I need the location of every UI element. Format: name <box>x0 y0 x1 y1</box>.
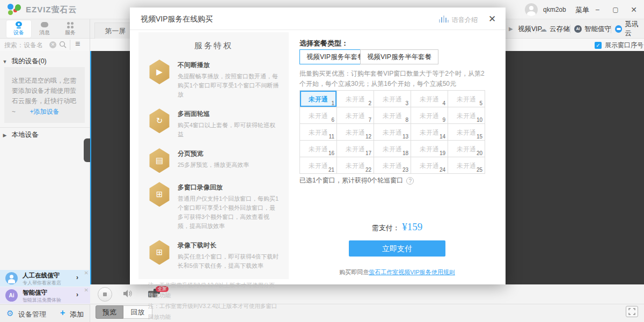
privilege-title: 不间断播放 <box>178 61 279 70</box>
sidebar-collapse-handle[interactable] <box>84 138 90 162</box>
voice-intro-button[interactable]: 语音介绍 <box>452 16 478 25</box>
close-window-button[interactable]: ✕ <box>627 3 641 16</box>
grid-cell-13[interactable]: 未开通13 <box>374 124 411 141</box>
grid-cell-number: 19 <box>440 150 445 156</box>
maximize-button[interactable]: ▢ <box>609 3 623 16</box>
grid-cell-number: 7 <box>368 117 371 123</box>
search-input[interactable] <box>4 40 50 49</box>
pay-now-button[interactable]: 立即支付 <box>349 240 445 257</box>
grid-cell-6[interactable]: 未开通6 <box>300 107 337 124</box>
close-icon[interactable]: ✕ <box>84 270 89 276</box>
local-devices-group[interactable]: ▶ 本地设备 <box>0 127 90 141</box>
grid-cell-18[interactable]: 未开通18 <box>374 141 411 157</box>
grid-cell-8[interactable]: 未开通8 <box>374 107 411 124</box>
grid-cell-22[interactable]: 未开通22 <box>337 157 374 174</box>
gear-icon[interactable]: ⚙ <box>6 309 13 318</box>
vip-icon: ▶ <box>509 26 515 32</box>
grid-cell-number: 14 <box>440 134 445 140</box>
tab-label: 设备 <box>13 29 24 36</box>
add-device-link[interactable]: +添加设备 <box>4 107 85 116</box>
package-half-year-button[interactable]: 视频VIP服务半年套餐 <box>360 49 438 64</box>
grid-cell-21[interactable]: 未开通21 <box>300 157 337 174</box>
grid-cell-7[interactable]: 未开通7 <box>337 107 374 124</box>
clear-search-icon[interactable]: ✕ <box>49 41 56 48</box>
privileges-title: 服务特权 <box>148 41 279 51</box>
preview-tab[interactable]: 预览 <box>96 305 123 319</box>
privileges-panel: 服务特权 ▶ 不间断播放 免提醒畅享播放，按照窗口数开通，每购买1个窗口即可享受… <box>138 32 289 279</box>
grid-cell-25[interactable]: 未开通25 <box>448 157 485 174</box>
minimize-button[interactable]: − <box>590 3 604 16</box>
grid-cell-9[interactable]: 未开通9 <box>411 107 448 124</box>
my-devices-group[interactable]: ▼ 我的设备(0) <box>0 54 90 68</box>
grid-cell-number: 2 <box>368 100 371 106</box>
fullscreen-toggle-button[interactable] <box>626 306 638 317</box>
grid-cell-19[interactable]: 未开通19 <box>411 141 448 157</box>
modal-close-icon[interactable]: ✕ <box>485 13 499 26</box>
ezviz-logo-icon <box>8 4 21 16</box>
list-menu-icon[interactable]: ≡ <box>75 39 80 49</box>
grid-cell-number: 24 <box>440 167 445 173</box>
grid-cell-17[interactable]: 未开通17 <box>337 141 374 157</box>
agreement-link[interactable]: 萤石工作室视频VIP服务使用规则 <box>369 269 455 275</box>
grid-cell-12[interactable]: 未开通12 <box>337 124 374 141</box>
avatar[interactable] <box>525 3 538 16</box>
grid-cell-15[interactable]: 未开通15 <box>448 124 485 141</box>
help-icon[interactable]: ? <box>406 177 414 185</box>
sound-wave-icon[interactable] <box>439 16 449 23</box>
grid-cell-14[interactable]: 未开通14 <box>411 124 448 141</box>
grid-cell-16[interactable]: 未开通16 <box>300 141 337 157</box>
sidebar-tab-devices[interactable]: 设备 <box>6 20 31 38</box>
menu-button[interactable]: 菜单 <box>575 5 589 15</box>
sidebar-tab-services[interactable]: 服务 <box>58 20 83 38</box>
download-hexagon-icon: ⊞ <box>148 240 171 265</box>
group-label: 我的设备(0) <box>11 57 46 65</box>
show-window-number-option[interactable]: 展示窗口序号 <box>595 41 643 50</box>
grid-cell-11[interactable]: 未开通11 <box>300 124 337 141</box>
sidebar-bottom-bar: ⚙ 设备管理 + 添加 <box>0 304 90 322</box>
stop-button[interactable] <box>98 287 112 302</box>
grid-cell-4[interactable]: 未开通4 <box>411 91 448 107</box>
grid-cell-3[interactable]: 未开通3 <box>374 91 411 107</box>
modal-header: 视频VIP服务在线购买 语音介绍 ✕ <box>130 8 506 30</box>
grid-cell-number: 11 <box>329 134 334 140</box>
pages-hexagon-icon: ▤ <box>148 148 171 173</box>
close-icon[interactable]: ✕ <box>84 287 89 293</box>
privilege-title: 多画面轮巡 <box>178 109 279 119</box>
grid-cell-number: 15 <box>477 134 482 140</box>
privilege-desc: 25多屏预览，播放更高效率 <box>178 160 249 170</box>
grid-cell-number: 4 <box>442 100 445 106</box>
search-icon[interactable] <box>59 41 67 48</box>
add-button[interactable]: 添加 <box>70 310 84 319</box>
ai-guard-card[interactable]: Ai 智能值守 智能算法免费体验 › ✕ <box>0 287 90 304</box>
grid-cell-20[interactable]: 未开通20 <box>448 141 485 157</box>
plus-icon[interactable]: + <box>60 308 65 318</box>
grid-cell-24[interactable]: 未开通24 <box>411 157 448 174</box>
grid-cell-10[interactable]: 未开通10 <box>448 107 485 124</box>
sidebar-tab-messages[interactable]: 消息 <box>32 20 57 38</box>
manual-guard-card[interactable]: 人工在线值守 专人帮你看家看店 › ✕ <box>0 270 90 287</box>
privilege-item: ▤ 分页预览 25多屏预览，播放更高效率 <box>148 148 279 173</box>
toolbar-item-video-vip[interactable]: ▶ 视频VIP <box>509 24 542 34</box>
grid-cell-2[interactable]: 未开通2 <box>337 91 374 107</box>
toolbar-label: 觅讯云 <box>625 20 644 38</box>
grid-cell-23[interactable]: 未开通23 <box>374 157 411 174</box>
checkbox-checked-icon[interactable] <box>595 42 602 49</box>
toolbar-item-ai-guard[interactable]: AI 智能值守 <box>574 24 611 34</box>
device-manage-button[interactable]: 设备管理 <box>18 310 46 319</box>
grid-cell-number: 25 <box>477 167 482 173</box>
tab-label: 消息 <box>39 29 50 36</box>
toolbar-item-mixcloud[interactable]: 觅讯云 <box>615 24 644 34</box>
grid-cell-number: 3 <box>405 100 408 106</box>
grid-cell-5[interactable]: 未开通5 <box>448 91 485 107</box>
privilege-item: ↻ 多画面轮巡 购买4窗口以上套餐，即可获得轮巡权益 <box>148 108 279 139</box>
chat-bubble-icon <box>41 22 48 28</box>
divider <box>611 25 611 33</box>
volume-icon[interactable] <box>122 289 133 298</box>
grid-dots-icon <box>67 22 74 28</box>
upgrade-note: 注：工作室需升级到V2.12.0以上版本才可使用分页预览功能 <box>148 280 279 302</box>
toolbar-item-cloud-storage[interactable]: ☁ 云存储 <box>540 24 570 34</box>
username: qkm2ob <box>543 6 566 13</box>
person-icon <box>5 272 18 284</box>
price-label: 需支付： <box>372 224 400 232</box>
grid-cell-1[interactable]: 未开通1 <box>300 91 337 107</box>
